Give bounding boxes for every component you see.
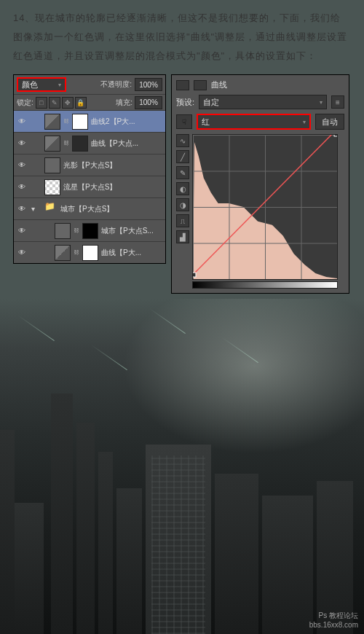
layer-row[interactable]: 👁 ▾ 📁 城市【P大点S】 bbox=[14, 197, 165, 219]
layer-name: 曲线【P大点... bbox=[91, 138, 164, 149]
curves-header: 曲线 bbox=[176, 79, 344, 90]
histogram-icon[interactable]: ▟ bbox=[176, 230, 189, 243]
meteor-streak bbox=[222, 337, 258, 363]
pencil-tool-icon[interactable]: ✎ bbox=[176, 166, 189, 179]
layer-name: 曲线【P大... bbox=[101, 248, 164, 258]
curves-panel: 曲线 预设: 自定 ▾ ≡ ☟ 红 ▾ 自动 ∿ bbox=[171, 74, 349, 294]
chevron-down-icon: ▾ bbox=[58, 82, 61, 88]
layer-name: 光影【P大点S】 bbox=[63, 160, 164, 171]
visibility-icon[interactable]: 👁 bbox=[15, 227, 28, 235]
black-point-icon[interactable]: ◐ bbox=[176, 182, 189, 195]
blend-mode-select[interactable]: 颜色 ▾ bbox=[17, 77, 66, 92]
adjustment-thumb[interactable] bbox=[44, 114, 60, 130]
curve-tool-icon[interactable]: ∿ bbox=[176, 134, 189, 147]
layer-row[interactable]: 👁 光影【P大点S】 bbox=[14, 154, 165, 176]
layer-row[interactable]: 👁 ⛓ 曲线2【P大... bbox=[14, 110, 165, 132]
fill-label: 填充: bbox=[116, 98, 132, 108]
building bbox=[262, 496, 313, 634]
mask-thumb[interactable] bbox=[82, 223, 98, 239]
chevron-down-icon: ▾ bbox=[320, 99, 323, 106]
link-icon: ⛓ bbox=[74, 227, 79, 234]
lock-all-icon[interactable]: 🔒 bbox=[75, 97, 87, 109]
channel-select[interactable]: 红 ▾ bbox=[197, 114, 311, 130]
curves-icon bbox=[176, 80, 189, 90]
layer-row[interactable]: 👁 ⛓ 城市【P大点S... bbox=[14, 219, 165, 241]
preset-row: 预设: 自定 ▾ ≡ bbox=[176, 95, 344, 109]
building bbox=[215, 474, 258, 634]
meteor-streak bbox=[149, 308, 186, 334]
visibility-icon[interactable]: 👁 bbox=[15, 248, 28, 257]
fill-field[interactable]: 100% bbox=[135, 96, 162, 109]
layer-name: 曲线2【P大... bbox=[91, 117, 164, 127]
visibility-icon[interactable]: 👁 bbox=[15, 205, 28, 213]
visibility-icon[interactable]: 👁 bbox=[15, 183, 28, 191]
building bbox=[116, 488, 142, 634]
chevron-down-icon[interactable]: ▾ bbox=[31, 205, 39, 213]
curve-tools: ∿ ╱ ✎ ◐ ◑ ⎍ ▟ bbox=[176, 134, 189, 280]
building bbox=[146, 445, 211, 634]
chevron-down-icon: ▾ bbox=[303, 119, 306, 125]
link-icon: ⛓ bbox=[63, 140, 69, 146]
layer-row[interactable]: 👁 ⛓ 曲线【P大点... bbox=[14, 132, 165, 154]
preset-label: 预设: bbox=[176, 97, 194, 108]
layer-name: 城市【P大点S】 bbox=[60, 204, 164, 214]
layers-panel: 颜色 ▾ 不透明度: 100% 锁定: □ ✎ ✥ 🔒 填充: 100% 👁 ⛓ bbox=[13, 74, 166, 264]
curve-line bbox=[193, 135, 337, 279]
image-thumb[interactable] bbox=[55, 223, 71, 239]
visibility-icon[interactable]: 👁 bbox=[15, 161, 28, 169]
layer-list: 👁 ⛓ 曲线2【P大... 👁 ⛓ 曲线【P大点... 👁 光影【P大点S】 bbox=[14, 110, 165, 263]
layer-row[interactable]: 👁 流星【P大点S】 bbox=[14, 176, 165, 197]
mask-thumb[interactable] bbox=[72, 114, 88, 130]
opacity-field[interactable]: 100% bbox=[135, 78, 162, 91]
layers-header: 颜色 ▾ 不透明度: 100% bbox=[14, 75, 165, 94]
layer-row[interactable]: 👁 ⛓ 曲线【P大... bbox=[14, 241, 165, 263]
image-thumb[interactable] bbox=[44, 179, 60, 195]
meteor-streak bbox=[18, 316, 55, 341]
building bbox=[15, 503, 44, 634]
visibility-icon[interactable]: 👁 bbox=[15, 117, 28, 125]
gray-point-icon[interactable]: ◑ bbox=[176, 198, 189, 211]
auto-button[interactable]: 自动 bbox=[315, 114, 344, 130]
link-icon: ⛓ bbox=[63, 118, 69, 125]
lock-row: 锁定: □ ✎ ✥ 🔒 填充: 100% bbox=[14, 94, 165, 110]
channel-row: ☟ 红 ▾ 自动 bbox=[176, 114, 344, 130]
channel-value: 红 bbox=[202, 117, 210, 128]
lock-position-icon[interactable]: ✥ bbox=[62, 97, 74, 109]
white-point-icon[interactable]: ⎍ bbox=[176, 214, 189, 227]
svg-line-0 bbox=[193, 135, 337, 275]
preset-select[interactable]: 自定 ▾ bbox=[199, 95, 327, 109]
link-icon: ⛓ bbox=[74, 249, 79, 256]
lock-icons: □ ✎ ✥ 🔒 bbox=[36, 97, 87, 109]
layer-name: 城市【P大点S... bbox=[101, 226, 164, 236]
image-thumb[interactable] bbox=[44, 157, 60, 173]
lock-label: 锁定: bbox=[17, 98, 33, 108]
lock-transparency-icon[interactable]: □ bbox=[36, 97, 47, 109]
step-instruction: 14、现在城市的轮廓已经逐渐清晰，但这不是我们想要的，下面，我们给图像添加一个红… bbox=[0, 0, 364, 74]
building bbox=[51, 394, 73, 634]
meteor-streak bbox=[91, 345, 127, 370]
svg-rect-2 bbox=[334, 135, 337, 136]
visibility-icon[interactable]: 👁 bbox=[15, 139, 28, 147]
watermark-line2: bbs.16xx8.com bbox=[309, 620, 358, 630]
finger-tool-icon[interactable]: ☟ bbox=[176, 114, 192, 129]
adjustment-thumb[interactable] bbox=[44, 136, 60, 152]
curves-graph[interactable] bbox=[192, 134, 338, 280]
lock-paint-icon[interactable]: ✎ bbox=[49, 97, 60, 109]
mask-thumb[interactable] bbox=[82, 245, 98, 261]
menu-icon[interactable]: ≡ bbox=[331, 95, 344, 109]
watermark: Ps 教程论坛 bbs.16xx8.com bbox=[309, 611, 358, 630]
mask-thumb[interactable] bbox=[72, 136, 88, 152]
adjustment-thumb[interactable] bbox=[55, 245, 71, 261]
line-tool-icon[interactable]: ╱ bbox=[176, 150, 189, 163]
svg-rect-1 bbox=[193, 273, 196, 277]
folder-icon[interactable]: 📁 bbox=[41, 201, 58, 217]
opacity-label: 不透明度: bbox=[100, 79, 132, 90]
curves-title: 曲线 bbox=[211, 79, 227, 90]
layer-name: 流星【P大点S】 bbox=[63, 182, 164, 192]
building bbox=[76, 423, 95, 634]
building bbox=[0, 430, 15, 634]
building bbox=[98, 452, 113, 634]
adjustment-icon bbox=[194, 80, 207, 90]
preset-value: 自定 bbox=[203, 97, 219, 108]
input-gradient bbox=[192, 281, 338, 289]
